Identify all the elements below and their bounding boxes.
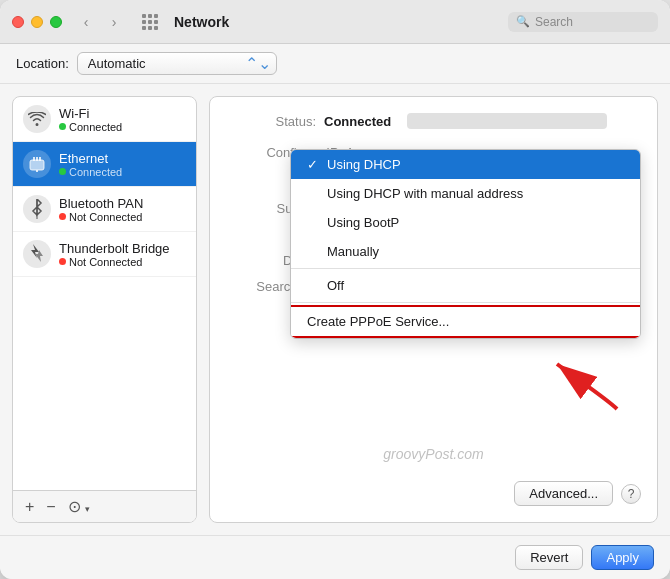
chevron-left-icon: ‹ xyxy=(84,14,89,30)
bluetooth-pan-item-info: Bluetooth PAN Not Connected xyxy=(59,196,143,223)
wifi-status: Connected xyxy=(59,121,122,133)
add-network-button[interactable]: + xyxy=(21,496,38,518)
location-label: Location: xyxy=(16,56,69,71)
advanced-button[interactable]: Advanced... xyxy=(514,481,613,506)
status-image xyxy=(407,113,607,129)
wifi-icon xyxy=(23,105,51,133)
off-label: Off xyxy=(327,278,344,293)
create-pppoe-label: Create PPPoE Service... xyxy=(307,314,449,329)
location-select-wrapper: Automatic ⌃⌄ xyxy=(77,52,277,75)
checkmark-icon: ✓ xyxy=(307,157,321,172)
search-label: Search xyxy=(535,15,573,29)
back-button[interactable]: ‹ xyxy=(74,12,98,32)
thunderbolt-status: Not Connected xyxy=(59,256,170,268)
watermark: groovyPost.com xyxy=(383,446,483,462)
forward-button[interactable]: › xyxy=(102,12,126,32)
plus-icon: + xyxy=(25,498,34,515)
sidebar-toolbar: + − ⊙ ▾ xyxy=(13,490,196,522)
dhcp-label: Using DHCP xyxy=(327,157,401,172)
thunderbolt-item-info: Thunderbolt Bridge Not Connected xyxy=(59,241,170,268)
close-button[interactable] xyxy=(12,16,24,28)
dropdown-item-manually[interactable]: Manually xyxy=(291,237,640,266)
svg-rect-0 xyxy=(30,160,44,170)
location-select[interactable]: Automatic xyxy=(77,52,277,75)
apps-grid-icon[interactable] xyxy=(142,14,158,30)
titlebar: ‹ › Network 🔍 Search xyxy=(0,0,670,44)
bluetooth-pan-icon xyxy=(23,195,51,223)
minus-icon: − xyxy=(46,498,55,515)
remove-network-button[interactable]: − xyxy=(42,496,59,518)
dhcp-manual-label: Using DHCP with manual address xyxy=(327,186,523,201)
ethernet-status-dot xyxy=(59,168,66,175)
bluetooth-pan-status-dot xyxy=(59,213,66,220)
status-row: Status: Connected xyxy=(226,113,641,129)
panel-bottom-buttons: Advanced... ? xyxy=(226,469,641,506)
dropdown-item-dhcp-manual[interactable]: Using DHCP with manual address xyxy=(291,179,640,208)
ethernet-name: Ethernet xyxy=(59,151,122,166)
red-arrow-indicator xyxy=(547,349,627,422)
sidebar-list: Wi-Fi Connected xyxy=(13,97,196,490)
ethernet-status: Connected xyxy=(59,166,122,178)
bluetooth-pan-name: Bluetooth PAN xyxy=(59,196,143,211)
status-label: Status: xyxy=(226,114,316,129)
dropdown-item-bootp[interactable]: Using BootP xyxy=(291,208,640,237)
wifi-name: Wi-Fi xyxy=(59,106,122,121)
wifi-item-info: Wi-Fi Connected xyxy=(59,106,122,133)
dropdown-item-dhcp[interactable]: ✓ Using DHCP xyxy=(291,150,640,179)
search-box[interactable]: 🔍 Search xyxy=(508,12,658,32)
manually-label: Manually xyxy=(327,244,379,259)
bottom-bar: Revert Apply xyxy=(0,535,670,579)
thunderbolt-name: Thunderbolt Bridge xyxy=(59,241,170,256)
right-panel: Status: Connected Configure IPv4: IP Add… xyxy=(209,96,658,523)
svg-rect-1 xyxy=(33,157,35,161)
configure-dropdown: ✓ Using DHCP Using DHCP with manual addr… xyxy=(290,149,641,339)
gear-circle-icon: ⊙ xyxy=(68,498,81,515)
create-pppoe-item[interactable]: Create PPPoE Service... xyxy=(291,305,640,338)
bootp-label: Using BootP xyxy=(327,215,399,230)
content-area: Wi-Fi Connected xyxy=(0,84,670,535)
thunderbolt-bridge-icon xyxy=(23,240,51,268)
ethernet-icon xyxy=(23,150,51,178)
fullscreen-button[interactable] xyxy=(50,16,62,28)
thunderbolt-status-dot xyxy=(59,258,66,265)
window: ‹ › Network 🔍 Search Location: A xyxy=(0,0,670,579)
apply-button[interactable]: Apply xyxy=(591,545,654,570)
chevron-down-icon: ▾ xyxy=(85,504,90,514)
sidebar-item-ethernet[interactable]: Ethernet Connected xyxy=(13,142,196,187)
sidebar-item-wifi[interactable]: Wi-Fi Connected xyxy=(13,97,196,142)
chevron-right-icon: › xyxy=(112,14,117,30)
window-title: Network xyxy=(174,14,229,30)
help-button[interactable]: ? xyxy=(621,484,641,504)
bluetooth-pan-status: Not Connected xyxy=(59,211,143,223)
network-options-button[interactable]: ⊙ ▾ xyxy=(64,495,94,518)
location-bar: Location: Automatic ⌃⌄ xyxy=(0,44,670,84)
sidebar-item-bluetooth-pan[interactable]: Bluetooth PAN Not Connected xyxy=(13,187,196,232)
dropdown-item-off[interactable]: Off xyxy=(291,271,640,300)
ethernet-item-info: Ethernet Connected xyxy=(59,151,122,178)
revert-button[interactable]: Revert xyxy=(515,545,583,570)
nav-buttons: ‹ › xyxy=(74,12,126,32)
traffic-lights xyxy=(12,16,62,28)
sidebar: Wi-Fi Connected xyxy=(12,96,197,523)
status-value: Connected xyxy=(324,114,391,129)
svg-rect-2 xyxy=(36,157,38,161)
sidebar-item-thunderbolt-bridge[interactable]: Thunderbolt Bridge Not Connected xyxy=(13,232,196,277)
minimize-button[interactable] xyxy=(31,16,43,28)
dropdown-divider xyxy=(291,268,640,269)
wifi-status-dot xyxy=(59,123,66,130)
svg-rect-3 xyxy=(39,157,41,161)
dropdown-divider-2 xyxy=(291,302,640,303)
search-icon: 🔍 xyxy=(516,15,530,28)
